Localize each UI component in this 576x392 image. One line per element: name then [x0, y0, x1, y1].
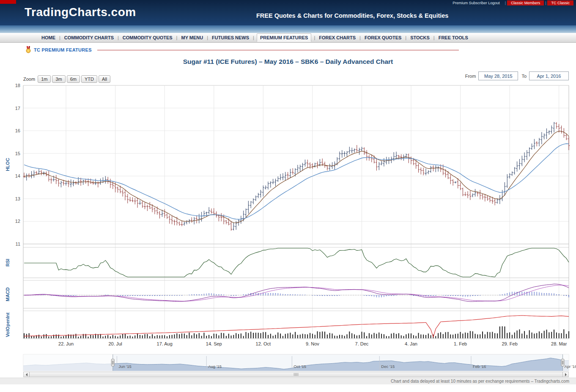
nav-separator: | — [359, 35, 361, 40]
x-axis-tick-label: 7. Dec — [348, 341, 375, 346]
date-range-controls: From To — [465, 71, 569, 80]
zoom-label: Zoom — [23, 77, 35, 82]
nav-separator: | — [405, 35, 406, 40]
premium-features-label[interactable]: TC PREMIUM FEATURES — [34, 47, 92, 52]
x-axis-tick-label: 14. Sep — [200, 341, 228, 346]
nav-item-futures-news[interactable]: FUTURES NEWS — [211, 35, 250, 41]
scrollbar-left-arrow-icon[interactable] — [24, 372, 30, 377]
y-axis-tick-label: 17 — [7, 106, 20, 111]
nav-item-my-menu[interactable]: MY MENU — [180, 35, 204, 41]
x-axis-tick-label: 17. Aug — [151, 341, 178, 346]
nav-item-forex-charts[interactable]: FOREX CHARTS — [318, 35, 357, 41]
zoom-button-1m[interactable]: 1m — [38, 75, 51, 83]
navigator-right-handle[interactable] — [561, 359, 564, 366]
nav-month-label: Dec '15 — [381, 364, 395, 369]
from-label: From — [465, 74, 476, 79]
nav-item-forex-quotes[interactable]: FOREX QUOTES — [363, 35, 403, 41]
from-date-input[interactable] — [478, 71, 518, 80]
nav-separator: | — [118, 35, 119, 40]
nav-item-commodity-quotes[interactable]: COMMODITY QUOTES — [121, 35, 174, 41]
scrollbar-grip-icon — [294, 373, 298, 376]
site-logo[interactable]: TradingCharts.com — [25, 5, 136, 19]
main-nav: HOME|COMMODITY CHARTS|COMMODITY QUOTES|M… — [0, 33, 576, 43]
x-axis-tick-label: 28. Mar — [546, 341, 573, 346]
nav-separator: | — [59, 35, 60, 40]
nav-month-label: Oct '15 — [293, 364, 306, 369]
nav-item-premium-features[interactable]: PREMIUM FEATURES — [257, 33, 311, 42]
hloc-axis-label: HLOC — [5, 158, 10, 171]
nav-separator: | — [314, 35, 315, 40]
y-axis-tick-label: 12 — [7, 219, 20, 224]
y-axis-tick-label: 15 — [7, 151, 20, 156]
zoom-buttons: 1m3m6mYTDAll — [38, 75, 112, 83]
site-tagline: FREE Quotes & Charts for Commodities, Fo… — [256, 12, 448, 19]
nav-month-label: Apr '16 — [565, 364, 576, 369]
topbar-link-premium-subscriber-logout[interactable]: Premium Subscriber Logout — [449, 0, 504, 5]
nav-separator: | — [253, 35, 254, 40]
navigator-left-handle[interactable] — [111, 359, 114, 366]
premium-divider-line — [97, 50, 459, 50]
y-axis-tick-label: 13 — [7, 196, 20, 201]
premium-bar: TC PREMIUM FEATURES — [0, 43, 576, 56]
topbar-links: Premium Subscriber Logout|Classic Member… — [449, 0, 573, 6]
scrollbar-right-arrow-icon[interactable] — [562, 372, 568, 377]
x-axis-tick-label: 4. Jan — [398, 341, 425, 346]
nav-separator: | — [176, 35, 178, 40]
x-axis-tick-label: 29. Feb — [496, 341, 523, 346]
nav-month-label: Aug '15 — [208, 364, 222, 369]
nav-month-label: Feb '16 — [473, 364, 486, 369]
y-axis-tick-label: 14 — [7, 173, 20, 178]
topbar-separator: | — [505, 1, 506, 5]
topbar-link-tc-classic[interactable]: TC Classic — [547, 0, 573, 5]
y-axis-tick-label: 18 — [7, 83, 20, 88]
to-date-input[interactable] — [529, 71, 569, 80]
topbar-left-accent — [0, 0, 16, 4]
x-axis-tick-label: 22. Jun — [52, 341, 80, 346]
premium-medal-icon — [25, 46, 31, 55]
chart-scrollbar[interactable] — [23, 372, 569, 377]
disclaimer-text: Chart and data delayed at least 10 minut… — [391, 379, 569, 384]
zoom-controls: Zoom 1m3m6mYTDAll — [23, 75, 112, 83]
nav-item-home[interactable]: HOME — [40, 35, 57, 41]
scrollbar-thumb[interactable] — [29, 372, 563, 377]
nav-item-commodity-charts[interactable]: COMMODITY CHARTS — [63, 35, 115, 41]
nav-item-free-tools[interactable]: FREE TOOLS — [437, 35, 469, 41]
nav-separator: | — [433, 35, 435, 40]
zoom-button-all[interactable]: All — [99, 75, 110, 83]
x-axis-tick-label: 12. Oct — [250, 341, 277, 346]
to-label: To — [521, 74, 527, 79]
topbar-separator: | — [545, 1, 546, 5]
volopenint-axis-label: VolOpenInt — [5, 313, 10, 337]
zoom-button-ytd[interactable]: YTD — [81, 75, 97, 83]
topbar-link-classic-members[interactable]: Classic Members — [507, 0, 544, 5]
x-axis-tick-label: 9. Nov — [299, 341, 326, 346]
zoom-button-3m[interactable]: 3m — [52, 75, 65, 83]
footer: Chart and data delayed at least 10 minut… — [0, 378, 576, 384]
y-axis-tick-label: 16 — [7, 128, 20, 133]
zoom-button-6m[interactable]: 6m — [67, 75, 80, 83]
rsi-axis-label: RSI — [5, 259, 10, 266]
x-axis-tick-label: 20. Jul — [102, 341, 129, 346]
nav-item-stocks[interactable]: STOCKS — [409, 35, 431, 41]
macd-axis-label: MACD — [5, 288, 10, 302]
chart-title: Sugar #11 (ICE Futures) – May 2016 – SBK… — [0, 58, 576, 66]
y-axis-tick-label: 11 — [7, 241, 20, 247]
x-axis-tick-label: 1. Feb — [447, 341, 474, 346]
nav-month-label: Jun '15 — [118, 364, 131, 369]
nav-separator: | — [207, 35, 208, 40]
